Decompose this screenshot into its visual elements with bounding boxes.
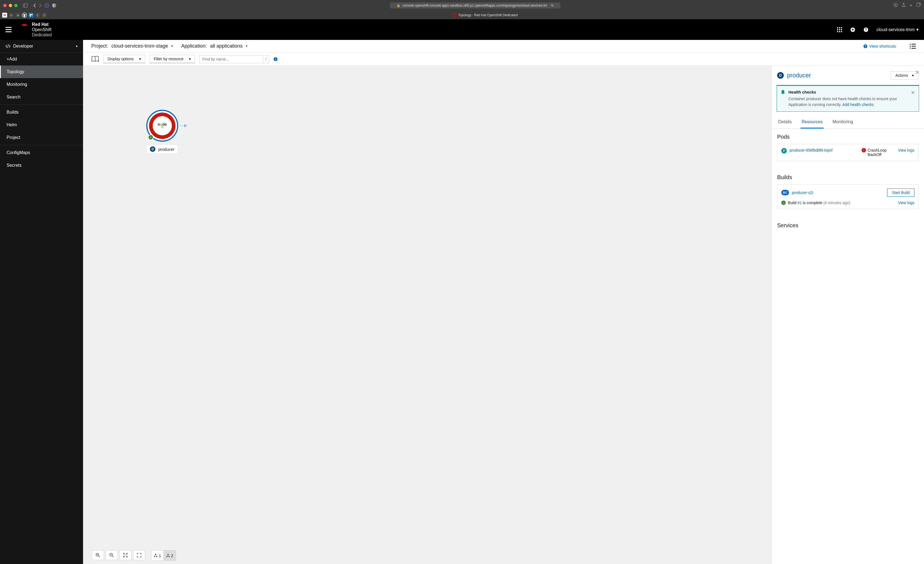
bookmark-2[interactable]: G <box>9 13 14 18</box>
svg-rect-20 <box>837 29 838 30</box>
info-icon[interactable]: i <box>273 57 278 61</box>
svg-line-60 <box>168 554 169 556</box>
layout-1-button[interactable]: 1 <box>152 550 164 560</box>
bookmark-slack-1[interactable] <box>35 13 40 18</box>
svg-rect-12 <box>44 14 45 15</box>
application-selector[interactable]: Application: all applications ▾ <box>181 43 248 49</box>
nav-topology[interactable]: Topology <box>0 65 83 78</box>
pod-link[interactable]: producer-656fbd8f6-kqtxf <box>789 148 832 152</box>
tab-overview-icon[interactable] <box>916 3 921 9</box>
nav-builds[interactable]: Builds <box>0 106 83 119</box>
maximize-window-button[interactable] <box>14 4 18 7</box>
nav-add[interactable]: +Add <box>0 53 83 65</box>
url-text: console-openshift-console.apps.sandbox.x… <box>403 4 547 8</box>
actions-dropdown[interactable]: Actions ▾ <box>891 71 918 80</box>
svg-rect-25 <box>841 31 842 32</box>
brand-logo[interactable]: Red Hat OpenShift Dedicated <box>20 22 52 38</box>
zoom-in-button[interactable] <box>92 550 104 560</box>
shield-icon[interactable] <box>52 3 56 8</box>
buildconfig-link[interactable]: producer-s2i <box>792 190 813 195</box>
tab-monitoring[interactable]: Monitoring <box>831 116 854 128</box>
bookmark-gmail[interactable]: M <box>2 13 7 18</box>
close-window-button[interactable] <box>3 4 7 7</box>
download-icon[interactable] <box>894 3 898 9</box>
bell-icon <box>781 90 785 108</box>
svg-text:?: ? <box>865 28 867 32</box>
display-options-dropdown[interactable]: Display options ▾ <box>104 55 145 63</box>
fit-button[interactable] <box>119 550 132 560</box>
builds-section: Builds BC producer-s2i Start Build ✓ Bui… <box>772 169 924 217</box>
list-view-toggle[interactable] <box>910 44 916 49</box>
node-label[interactable]: D producer <box>146 144 178 154</box>
chevron-down-icon: ▾ <box>139 57 141 61</box>
close-panel-button[interactable]: ✕ <box>915 69 920 76</box>
tab-details[interactable]: Details <box>777 116 793 128</box>
build-view-logs-link[interactable]: View logs <box>898 200 914 205</box>
forward-button[interactable] <box>39 3 42 8</box>
search-input[interactable] <box>200 55 263 63</box>
reload-icon[interactable]: ↻ <box>551 4 554 8</box>
nav-helm[interactable]: Helm <box>0 119 83 131</box>
svg-rect-32 <box>912 44 916 45</box>
view-shortcuts-link[interactable]: ? View shortcuts <box>863 44 896 48</box>
svg-rect-36 <box>912 48 916 49</box>
svg-rect-5 <box>916 3 920 6</box>
extension-icon-1[interactable] <box>45 3 49 8</box>
build-number-link[interactable]: #1 <box>798 200 802 205</box>
reset-view-button[interactable] <box>133 550 145 560</box>
browser-chrome: 🔒 console-openshift-console.apps.sandbox… <box>0 0 924 19</box>
back-button[interactable] <box>33 3 36 8</box>
pod-view-logs-link[interactable]: View logs <box>898 148 914 152</box>
window-controls <box>3 4 18 7</box>
svg-rect-17 <box>837 27 838 29</box>
nav-search[interactable]: Search <box>0 91 83 104</box>
nav-monitoring[interactable]: Monitoring <box>0 78 83 91</box>
connector-arrow-icon[interactable] <box>180 123 188 128</box>
tab-resources[interactable]: Resources <box>801 116 824 128</box>
filter-resource-dropdown[interactable]: Filter by resource ▾ <box>150 55 195 63</box>
layout-2-button[interactable]: 2 <box>164 550 176 560</box>
perspective-switcher[interactable]: Developer ▾ <box>0 40 83 53</box>
bookmark-github[interactable] <box>22 13 27 18</box>
perspective-label: Developer <box>13 44 33 49</box>
node-runtime-icon: nodeJS <box>153 116 172 135</box>
node-status-icon: ✓ <box>148 135 153 140</box>
add-icon[interactable] <box>850 27 855 33</box>
sidebar-toggle-icon[interactable] <box>23 4 27 8</box>
brand-line1: Red Hat <box>32 22 52 27</box>
start-build-button[interactable]: Start Build <box>887 188 914 197</box>
topology-node-producer[interactable]: nodeJS ✓ D producer <box>146 110 178 154</box>
app-header: Red Hat OpenShift Dedicated ? cloud-serv… <box>0 19 924 40</box>
nav-configmaps[interactable]: ConfigMaps <box>0 146 83 159</box>
builds-heading: Builds <box>777 174 918 180</box>
project-toolbar: Project: cloud-services-tmm-stage ▾ Appl… <box>83 40 924 53</box>
catalog-icon[interactable]: + <box>91 56 99 62</box>
user-menu[interactable]: cloud-services-tmm ▾ <box>876 27 918 32</box>
topology-canvas[interactable]: nodeJS ✓ D producer <box>83 66 771 564</box>
project-selector[interactable]: Project: cloud-services-tmm-stage ▾ <box>91 43 173 49</box>
apps-icon[interactable] <box>837 27 842 33</box>
alert-close-button[interactable]: ✕ <box>911 90 915 108</box>
share-icon[interactable] <box>902 3 906 9</box>
bookmark-slack-2[interactable] <box>42 13 47 18</box>
panel-tabs: Details Resources Monitoring <box>772 116 924 129</box>
new-tab-icon[interactable]: + <box>909 3 912 9</box>
svg-rect-10 <box>38 15 38 17</box>
buildconfig-badge: BC <box>781 190 789 196</box>
nav-project[interactable]: Project <box>0 131 83 144</box>
url-bar[interactable]: 🔒 console-openshift-console.apps.sandbox… <box>390 3 561 9</box>
svg-rect-24 <box>839 31 840 32</box>
svg-point-35 <box>910 48 911 49</box>
svg-point-33 <box>910 46 911 47</box>
help-icon[interactable]: ? <box>863 27 869 33</box>
bookmark-3[interactable]: ◆ <box>15 13 20 18</box>
add-health-checks-link[interactable]: Add health checks <box>842 102 874 107</box>
nav-secrets[interactable]: Secrets <box>0 159 83 171</box>
menu-toggle-button[interactable] <box>6 27 12 32</box>
panel-title[interactable]: producer <box>787 72 811 79</box>
minimize-window-button[interactable] <box>9 4 12 7</box>
details-panel: ✕ D producer Actions ▾ Health checks <box>771 66 924 564</box>
bookmark-trello[interactable] <box>28 13 33 18</box>
zoom-out-button[interactable] <box>106 550 118 560</box>
deployment-badge: D <box>777 72 784 79</box>
